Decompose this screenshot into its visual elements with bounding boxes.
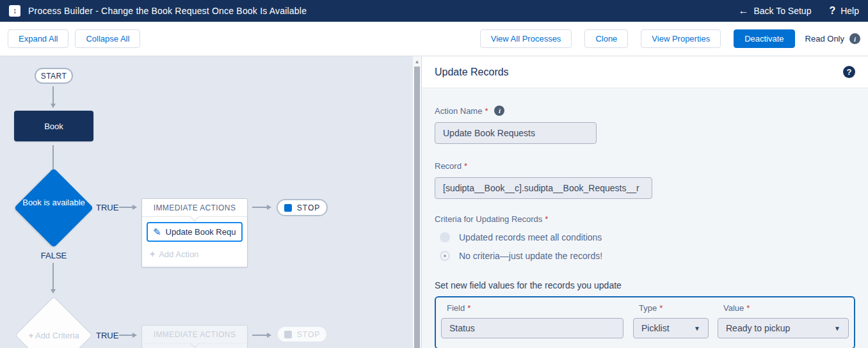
stop-node-2: STOP [277, 326, 328, 343]
value-dropdown-value: Ready to pickup [726, 323, 790, 333]
add-criteria-label: Add Criteria [35, 331, 79, 340]
help-link[interactable]: ? Help [829, 5, 859, 17]
plus-icon: + [28, 331, 33, 340]
record-field[interactable]: [sudipta__Book__c].sudipta__Book_Request… [435, 177, 652, 199]
immediate-actions-header-2: IMMEDIATE ACTIONS [142, 326, 247, 344]
add-criteria-button[interactable]: +Add Criteria [14, 331, 93, 340]
field-values-box: Field* Status Type* Picklist ▼ Value* [435, 296, 855, 348]
panel-title: Update Records [435, 67, 509, 78]
action-item-label: Update Book Requ... [166, 227, 236, 237]
connector-start-to-trigger [52, 86, 54, 107]
main-area: START Book Book is available TRUE IMMEDI… [0, 56, 868, 348]
read-only-info-icon[interactable]: i [849, 33, 860, 44]
field-input[interactable]: Status [441, 318, 623, 338]
radio-icon[interactable] [440, 251, 450, 261]
stop-square-icon [284, 204, 292, 212]
clone-button[interactable]: Clone [584, 29, 628, 48]
add-action-label: Add Action [159, 249, 198, 259]
header-actions: ← Back To Setup ? Help [738, 5, 859, 17]
details-panel: Update Records ? Action Name* i Update B… [421, 56, 868, 348]
field-values-heading: Set new field values for the records you… [435, 280, 855, 290]
caret-down-notch-2 [190, 339, 199, 348]
connector-actions2-to-stop [252, 335, 270, 336]
trigger-node-book[interactable]: Book [14, 111, 93, 141]
scroll-up-icon[interactable]: ▲ [413, 57, 421, 66]
criteria-option-no-criteria[interactable]: No criteria—just update the records! [440, 251, 855, 261]
stop-label-2: STOP [297, 330, 320, 339]
read-only-label: Read Only [805, 34, 844, 44]
required-mark: * [467, 303, 470, 313]
action-name-label-row: Action Name* i [435, 106, 855, 116]
action-name-info-icon[interactable]: i [494, 106, 504, 116]
plus-icon: + [150, 249, 155, 259]
read-only-status: Read Only i [805, 33, 860, 44]
scrollbar-thumb[interactable] [414, 67, 420, 348]
radio-icon[interactable] [440, 232, 450, 242]
action-name-field[interactable]: Update Book Requests [435, 122, 597, 144]
type-column: Type* Picklist ▼ [633, 303, 718, 338]
deactivate-button[interactable]: Deactivate [734, 29, 794, 48]
canvas-scrollbar: ▲ [412, 56, 421, 348]
connector-true2-to-actions [119, 335, 136, 336]
start-node: START [35, 68, 73, 84]
view-properties-button[interactable]: View Properties [641, 29, 721, 48]
collapse-all-button[interactable]: Collapse All [75, 29, 140, 48]
stop-node: STOP [277, 199, 328, 216]
criteria-diamond-shape[interactable] [14, 168, 93, 248]
criteria-option-conditions[interactable]: Updated records meet all conditions [440, 232, 855, 242]
false-branch-label: FALSE [14, 251, 93, 260]
view-all-processes-button[interactable]: View All Processes [480, 29, 572, 48]
required-mark: * [746, 303, 750, 313]
required-mark: * [485, 106, 488, 116]
toolbar-right: View All Processes Clone View Properties… [480, 29, 860, 48]
caret-down-notch [190, 212, 199, 221]
connector-true-to-actions [119, 207, 136, 208]
chevron-down-icon: ▼ [834, 325, 840, 332]
action-name-label: Action Name [435, 106, 482, 116]
back-to-setup-label: Back To Setup [753, 6, 811, 16]
panel-body: Action Name* i Update Book Requests Reco… [422, 88, 868, 348]
criteria-label-row: Criteria for Updating Records* [435, 214, 855, 224]
connector-actions-to-stop [252, 207, 270, 208]
help-icon: ? [829, 5, 835, 17]
chevron-down-icon: ▼ [694, 325, 700, 332]
help-label: Help [840, 6, 859, 16]
immediate-actions-box-2: IMMEDIATE ACTIONS [141, 325, 248, 348]
panel-header: Update Records ? [422, 56, 868, 88]
value-column-header: Value* [723, 303, 849, 313]
stop-square-icon-2 [284, 331, 292, 338]
required-mark: * [659, 303, 663, 313]
stop-label: STOP [297, 203, 320, 212]
field-column-label: Field [447, 303, 465, 313]
process-builder-icon: ↕ [9, 5, 20, 17]
field-column: Field* Status [441, 303, 633, 338]
expand-all-button[interactable]: Expand All [8, 29, 68, 48]
type-dropdown-value: Picklist [641, 323, 670, 333]
pencil-icon: ✎ [153, 227, 161, 237]
criteria-diamond-label[interactable]: Book is available [14, 198, 93, 208]
immediate-actions-header: IMMEDIATE ACTIONS [142, 199, 247, 217]
page-title: Process Builder - Change the Book Reques… [28, 6, 307, 16]
panel-help-icon[interactable]: ? [843, 66, 855, 78]
required-mark: * [464, 161, 467, 171]
connector-false-to-next [52, 263, 54, 292]
immediate-actions-title: IMMEDIATE ACTIONS [154, 203, 236, 212]
record-label-row: Record* [435, 161, 855, 171]
record-label: Record [435, 161, 462, 171]
type-column-label: Type [639, 303, 657, 313]
action-item-update-book-requests[interactable]: ✎ Update Book Requ... [147, 222, 243, 242]
criteria-label: Criteria for Updating Records [435, 214, 542, 224]
immediate-actions-box: IMMEDIATE ACTIONS ✎ Update Book Requ... … [141, 198, 248, 267]
back-arrow-icon: ← [738, 5, 748, 17]
criteria-option-label: No criteria—just update the records! [459, 251, 602, 261]
type-column-header: Type* [639, 303, 718, 313]
immediate-actions-title-2: IMMEDIATE ACTIONS [154, 330, 236, 339]
true-branch-label-2: TRUE [96, 331, 118, 340]
type-dropdown[interactable]: Picklist ▼ [633, 318, 709, 338]
back-to-setup-link[interactable]: ← Back To Setup [738, 5, 811, 17]
add-action-button[interactable]: + Add Action [142, 242, 247, 267]
value-dropdown[interactable]: Ready to pickup ▼ [718, 318, 849, 338]
required-mark: * [545, 214, 548, 224]
toolbar: Expand All Collapse All View All Process… [0, 22, 868, 56]
value-column: Value* Ready to pickup ▼ [718, 303, 849, 338]
